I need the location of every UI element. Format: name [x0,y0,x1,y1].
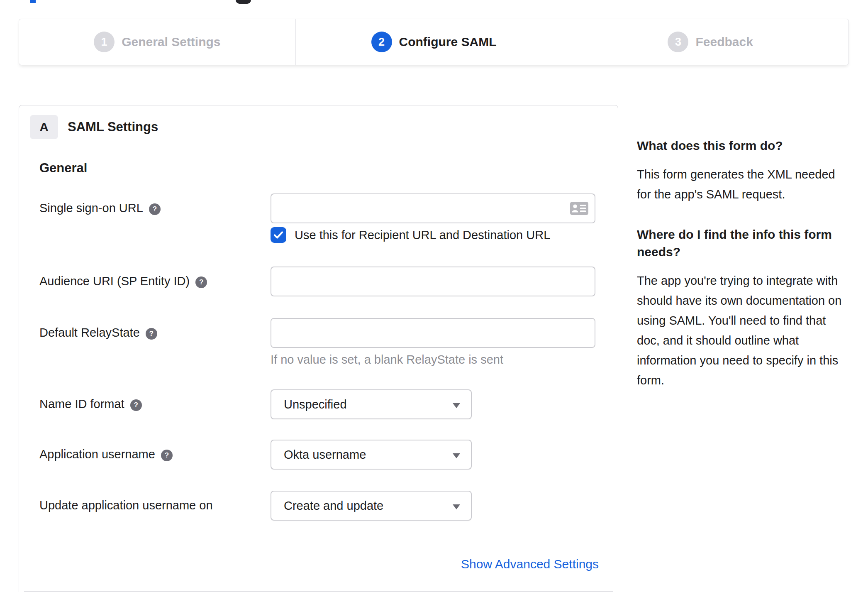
saml-settings-panel: A SAML Settings General Single sign-on U… [19,105,618,592]
field-control-cell: Okta username [271,440,472,470]
help-icon[interactable]: ? [161,450,173,461]
sidebar-heading-what: What does this form do? [637,137,853,154]
row-default-relaystate: Default RelayState? If no value is set, … [19,318,618,367]
section-a-badge: A [30,115,58,139]
step-2-number-badge: 2 [371,32,392,52]
step-1-label: General Settings [122,35,220,49]
cutoff-blue-fragment [30,0,36,3]
application-username-select[interactable]: Okta username [271,440,472,470]
advanced-settings-row: Show Advanced Settings [19,557,618,571]
recipient-url-checkbox[interactable] [271,227,286,243]
row-audience-uri: Audience URI (SP Entity ID)? [19,267,618,296]
audience-uri-input[interactable] [271,267,595,296]
checkmark-icon [273,231,283,239]
field-control-cell: Unspecified [271,389,472,419]
help-icon[interactable]: ? [146,328,157,340]
row-application-username: Application username? Okta username [19,440,618,470]
step-configure-saml[interactable]: 2 Configure SAML [296,19,573,65]
step-3-label: Feedback [695,35,753,49]
help-icon[interactable]: ? [195,276,207,288]
form-rows: Single sign-on URL? [19,193,618,521]
general-section-title: General [39,161,618,176]
update-application-username-label: Update application username on [39,499,213,512]
field-label-cell: Single sign-on URL? [19,193,271,215]
field-label-cell: Name ID format? [19,389,271,411]
row-update-application-username: Update application username on Create an… [19,491,618,521]
default-relaystate-input[interactable] [271,318,595,348]
single-sign-on-url-label: Single sign-on URL [39,201,143,215]
caret-down-icon [453,403,460,408]
field-control-cell [271,267,595,296]
application-username-value: Okta username [284,448,366,462]
field-label-cell: Audience URI (SP Entity ID)? [19,267,271,289]
cutoff-dark-fragment [236,0,251,4]
help-icon[interactable]: ? [149,203,161,215]
step-1-number-badge: 1 [94,32,115,52]
recipient-url-checkbox-label: Use this for Recipient URL and Destinati… [295,228,550,242]
audience-uri-label: Audience URI (SP Entity ID) [39,274,190,288]
application-username-label: Application username [39,448,155,461]
help-sidebar: What does this form do? This form genera… [637,137,853,412]
single-sign-on-url-input[interactable] [271,193,595,223]
default-relaystate-label: Default RelayState [39,326,140,339]
update-application-username-value: Create and update [284,499,383,513]
step-2-label: Configure SAML [399,35,497,49]
panel-title: SAML Settings [68,120,158,135]
configure-saml-screen: 1 General Settings 2 Configure SAML 3 Fe… [0,0,868,592]
sidebar-paragraph-what: This form generates the XML needed for t… [637,164,853,204]
recipient-url-checkbox-row[interactable]: Use this for Recipient URL and Destinati… [271,227,595,243]
help-icon[interactable]: ? [130,399,142,411]
row-single-sign-on-url: Single sign-on URL? [19,193,618,243]
relaystate-hint-text: If no value is set, a blank RelayState i… [271,353,595,367]
step-feedback[interactable]: 3 Feedback [572,19,848,65]
step-3-number-badge: 3 [668,32,688,52]
row-name-id-format: Name ID format? Unspecified [19,389,618,419]
field-control-cell: Use this for Recipient URL and Destinati… [271,193,595,243]
contact-card-icon [570,201,589,215]
sidebar-paragraph-where: The app you're trying to integrate with … [637,271,853,390]
name-id-format-select[interactable]: Unspecified [271,389,472,419]
caret-down-icon [453,504,460,509]
field-label-cell: Update application username on [19,491,271,513]
sidebar-heading-where: Where do I find the info this form needs… [637,226,853,261]
field-control-cell: Create and update [271,491,472,521]
show-advanced-settings-link[interactable]: Show Advanced Settings [461,557,599,571]
panel-header: A SAML Settings [30,115,618,139]
field-label-cell: Application username? [19,440,271,462]
step-general-settings[interactable]: 1 General Settings [19,19,296,65]
single-sign-on-url-input-wrap [271,193,595,223]
wizard-stepper: 1 General Settings 2 Configure SAML 3 Fe… [19,19,849,65]
name-id-format-value: Unspecified [284,398,347,411]
name-id-format-label: Name ID format [39,397,124,411]
caret-down-icon [453,453,460,458]
field-control-cell: If no value is set, a blank RelayState i… [271,318,595,367]
field-label-cell: Default RelayState? [19,318,271,340]
update-application-username-select[interactable]: Create and update [271,491,472,521]
